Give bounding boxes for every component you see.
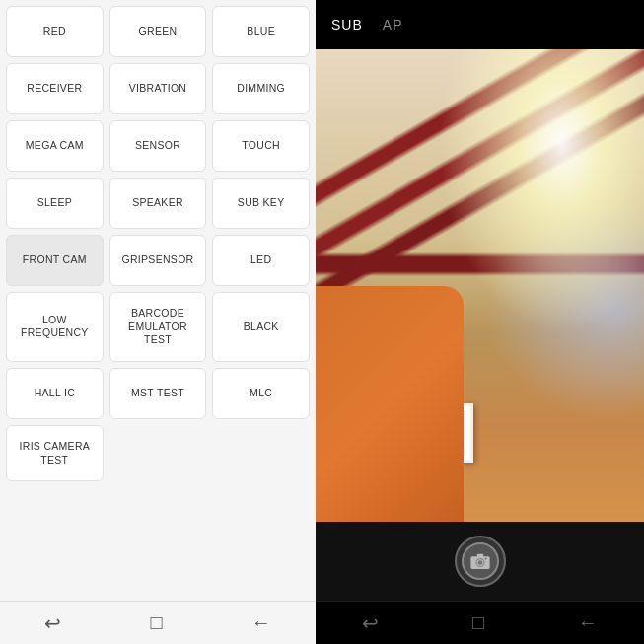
button-grid-area: RED GREEN BLUE RECEIVER VIBRATION DIMMIN… [0,0,316,601]
btn-black[interactable]: BLACK [212,292,310,362]
shutter-inner [462,542,499,580]
btn-barcode-emulator[interactable]: BARCODEEMULATOR TEST [109,292,207,362]
btn-dimming[interactable]: DIMMING [212,63,310,114]
btn-green[interactable]: GREEN [109,6,207,57]
btn-vibration[interactable]: VIBRATION [109,63,207,114]
btn-led[interactable]: LED [212,235,310,286]
camera-shutter-icon [470,553,490,569]
btn-sensor[interactable]: SENSOR [109,120,207,172]
btn-speaker[interactable]: SPEAKER [109,178,207,229]
nav-recent-right[interactable]: ↩ [362,611,379,635]
btn-mega-cam[interactable]: MEGA CAM [6,120,104,172]
nav-home-right[interactable]: □ [472,611,484,634]
camera-header: SUB AP [316,0,644,49]
shutter-button[interactable] [455,536,506,587]
button-grid: RED GREEN BLUE RECEIVER VIBRATION DIMMIN… [6,6,310,419]
btn-low-frequency[interactable]: LOW FREQUENCY [6,292,104,362]
right-nav-bar: ↩ □ ← [316,601,644,644]
btn-mlc[interactable]: MLC [212,368,310,419]
tab-sub[interactable]: SUB [331,17,363,33]
svg-rect-3 [476,554,482,557]
nav-recent-left[interactable]: ↩ [44,611,61,635]
camera-image [316,49,644,522]
nav-home-left[interactable]: □ [150,611,162,634]
plant-decor [325,354,365,403]
nav-back-left[interactable]: ← [251,611,271,634]
btn-sub-key[interactable]: SUB KEY [212,178,310,229]
nav-back-right[interactable]: ← [578,611,598,634]
btn-mst-test[interactable]: MST TEST [109,368,207,419]
left-nav-bar: ↩ □ ← [0,601,316,644]
btn-front-cam[interactable]: FRONT CAM [6,235,104,286]
btn-gripsensor[interactable]: GRIPSENSOR [109,235,207,286]
btn-blue[interactable]: BLUE [212,6,310,57]
left-panel: RED GREEN BLUE RECEIVER VIBRATION DIMMIN… [0,0,316,644]
svg-point-2 [477,560,482,565]
btn-red[interactable]: RED [6,6,104,57]
btn-touch[interactable]: TOUCH [212,120,310,172]
btn-sleep[interactable]: SLEEP [6,178,104,229]
camera-viewport [316,49,644,522]
tab-ap[interactable]: AP [383,17,403,33]
right-panel: SUB AP ↩ □ ← [316,0,644,644]
btn-iris-camera-test[interactable]: IRIS CAMERA TEST [6,425,104,481]
svg-point-4 [484,558,486,560]
btn-hall-ic[interactable]: HALL IC [6,368,104,419]
btn-receiver[interactable]: RECEIVER [6,63,104,114]
camera-bottom-bar [316,522,644,601]
wall-picture [394,403,473,463]
